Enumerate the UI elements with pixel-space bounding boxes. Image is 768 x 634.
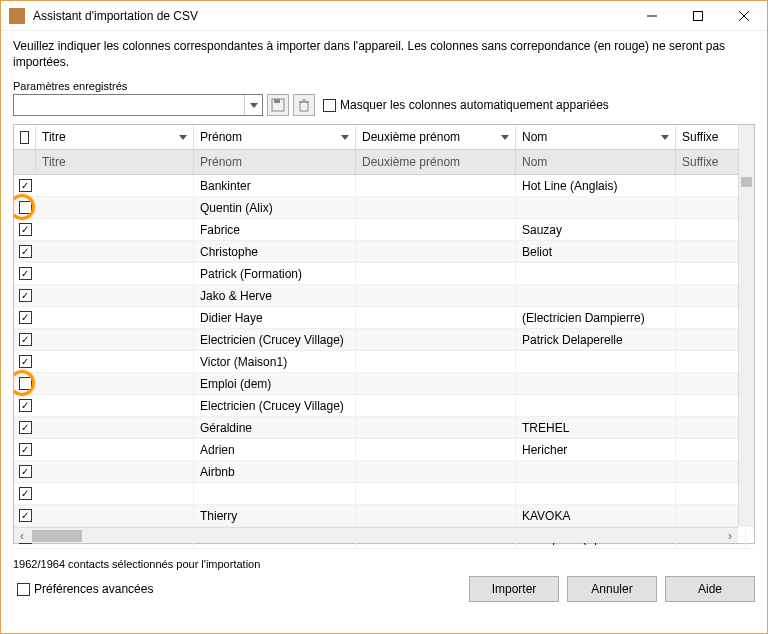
cell-suffixe <box>676 483 746 504</box>
cancel-button[interactable]: Annuler <box>567 576 657 602</box>
saved-params-combo[interactable] <box>13 94 263 116</box>
table-row[interactable]: Airbnb <box>14 461 754 483</box>
checkbox-icon <box>19 355 32 368</box>
table-row[interactable]: Electricien (Crucey Village) <box>14 395 754 417</box>
checkbox-icon <box>19 311 32 324</box>
header-suffixe[interactable]: Suffixe <box>676 125 746 149</box>
cell-prenom: Quentin (Alix) <box>194 197 356 218</box>
scroll-left-arrow-icon[interactable]: ‹ <box>14 528 30 544</box>
cell-prenom: Géraldine <box>194 417 356 438</box>
cell-nom: Beliot <box>516 241 676 262</box>
table-row[interactable]: Quentin (Alix) <box>14 197 754 219</box>
map-deuxieme-prenom[interactable]: Deuxième prénom <box>356 150 516 174</box>
header-nom[interactable]: Nom <box>516 125 676 149</box>
cell-deuxieme-prenom <box>356 329 516 350</box>
help-button[interactable]: Aide <box>665 576 755 602</box>
cell-deuxieme-prenom <box>356 439 516 460</box>
table-row[interactable]: Jako & Herve <box>14 285 754 307</box>
table-row[interactable]: Victor (Maison1) <box>14 351 754 373</box>
checkbox-icon <box>19 421 32 434</box>
scroll-thumb[interactable] <box>741 177 752 187</box>
table-row[interactable]: Emploi (dem) <box>14 373 754 395</box>
row-checkbox[interactable] <box>14 329 36 350</box>
map-nom[interactable]: Nom <box>516 150 676 174</box>
save-icon-button[interactable] <box>267 94 289 116</box>
svg-rect-6 <box>300 102 308 111</box>
close-button[interactable] <box>721 1 767 31</box>
row-checkbox[interactable] <box>14 395 36 416</box>
table-mapping-row: Titre Prénom Deuxième prénom Nom Suffixe <box>14 150 754 175</box>
scroll-thumb[interactable] <box>32 530 82 542</box>
minimize-button[interactable] <box>629 1 675 31</box>
row-checkbox[interactable] <box>14 307 36 328</box>
cell-deuxieme-prenom <box>356 483 516 504</box>
checkbox-icon <box>19 377 32 390</box>
advanced-preferences-checkbox[interactable]: Préférences avancées <box>17 582 153 596</box>
row-checkbox[interactable] <box>14 483 36 504</box>
header-titre[interactable]: Titre <box>36 125 194 149</box>
delete-icon-button[interactable] <box>293 94 315 116</box>
table-header-row: Titre Prénom Deuxième prénom Nom Suffixe <box>14 125 754 150</box>
cell-nom: Sauzay <box>516 219 676 240</box>
header-prenom[interactable]: Prénom <box>194 125 356 149</box>
table-row[interactable]: ChristopheBeliot <box>14 241 754 263</box>
cell-nom <box>516 461 676 482</box>
row-checkbox[interactable] <box>14 417 36 438</box>
row-checkbox[interactable] <box>14 219 36 240</box>
row-checkbox[interactable] <box>14 461 36 482</box>
checkbox-icon <box>19 509 32 522</box>
map-suffixe[interactable]: Suffixe <box>676 150 746 174</box>
window-title: Assistant d'importation de CSV <box>33 9 629 23</box>
row-checkbox[interactable] <box>14 351 36 372</box>
table-row[interactable]: Didier Haye(Electricien Dampierre) <box>14 307 754 329</box>
cell-nom: TREHEL <box>516 417 676 438</box>
table-row[interactable]: Electricien (Crucey Village)Patrick Dela… <box>14 329 754 351</box>
cell-nom: Patrick Delaperelle <box>516 329 676 350</box>
table-row[interactable]: AdrienHericher <box>14 439 754 461</box>
table-row[interactable]: GéraldineTREHEL <box>14 417 754 439</box>
table-row[interactable]: Patrick (Formation) <box>14 263 754 285</box>
cell-prenom: Fabrice <box>194 219 356 240</box>
cell-deuxieme-prenom <box>356 197 516 218</box>
row-checkbox[interactable] <box>14 263 36 284</box>
cell-nom: Hericher <box>516 439 676 460</box>
row-checkbox[interactable] <box>14 373 36 394</box>
cell-deuxieme-prenom <box>356 175 516 196</box>
table-body: BankinterHot Line (Anglais)Quentin (Alix… <box>14 175 754 549</box>
hide-auto-columns-checkbox[interactable]: Masquer les colonnes automatiquement app… <box>323 98 609 112</box>
row-checkbox[interactable] <box>14 241 36 262</box>
cell-titre <box>36 285 194 306</box>
checkbox-icon <box>19 267 32 280</box>
map-titre[interactable]: Titre <box>36 150 194 174</box>
table-row[interactable]: ThierryKAVOKA <box>14 505 754 527</box>
maximize-button[interactable] <box>675 1 721 31</box>
row-checkbox[interactable] <box>14 175 36 196</box>
import-button[interactable]: Importer <box>469 576 559 602</box>
import-table: Titre Prénom Deuxième prénom Nom Suffixe… <box>13 124 755 544</box>
cell-nom: (Electricien Dampierre) <box>516 307 676 328</box>
cell-suffixe <box>676 505 746 526</box>
table-row[interactable]: FabriceSauzay <box>14 219 754 241</box>
row-checkbox[interactable] <box>14 285 36 306</box>
horizontal-scrollbar[interactable]: ‹ › <box>14 527 738 543</box>
table-row[interactable]: BankinterHot Line (Anglais) <box>14 175 754 197</box>
row-checkbox[interactable] <box>14 505 36 526</box>
header-check-all[interactable] <box>14 125 36 149</box>
row-checkbox[interactable] <box>14 197 36 218</box>
cell-suffixe <box>676 307 746 328</box>
map-prenom[interactable]: Prénom <box>194 150 356 174</box>
table-row[interactable] <box>14 483 754 505</box>
scroll-right-arrow-icon[interactable]: › <box>722 528 738 544</box>
cell-prenom: Christophe <box>194 241 356 262</box>
vertical-scrollbar[interactable] <box>738 125 754 527</box>
cell-suffixe <box>676 285 746 306</box>
cell-deuxieme-prenom <box>356 461 516 482</box>
cell-deuxieme-prenom <box>356 307 516 328</box>
advanced-preferences-label: Préférences avancées <box>34 582 153 596</box>
cell-suffixe <box>676 175 746 196</box>
checkbox-icon <box>19 465 32 478</box>
header-deuxieme-prenom[interactable]: Deuxième prénom <box>356 125 516 149</box>
checkbox-icon <box>323 99 336 112</box>
row-checkbox[interactable] <box>14 439 36 460</box>
cell-deuxieme-prenom <box>356 351 516 372</box>
